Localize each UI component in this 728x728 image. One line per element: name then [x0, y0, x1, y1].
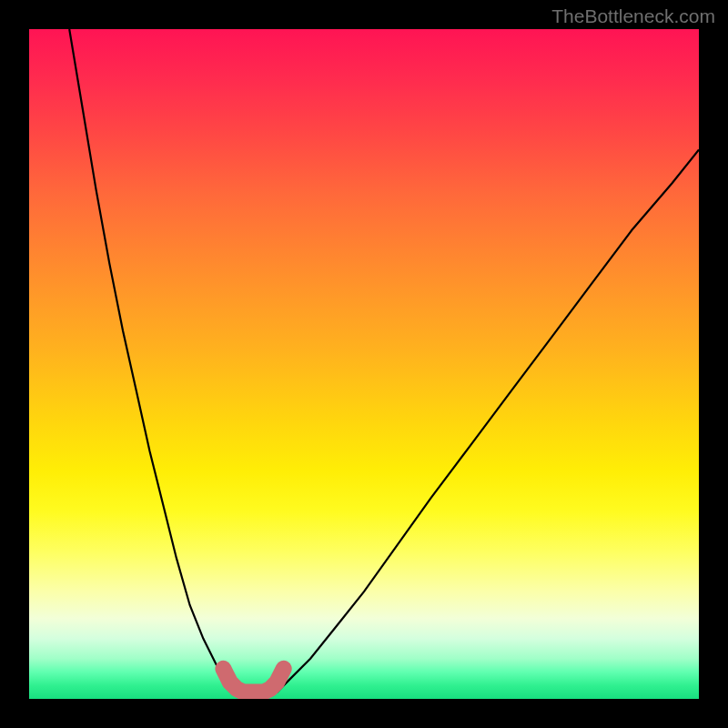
chart-plot-area	[29, 29, 699, 699]
right-curve	[277, 150, 699, 693]
chart-svg	[29, 29, 699, 699]
left-curve	[69, 29, 237, 693]
watermark-text: TheBottleneck.com	[551, 5, 715, 27]
highlight-band	[223, 669, 283, 693]
